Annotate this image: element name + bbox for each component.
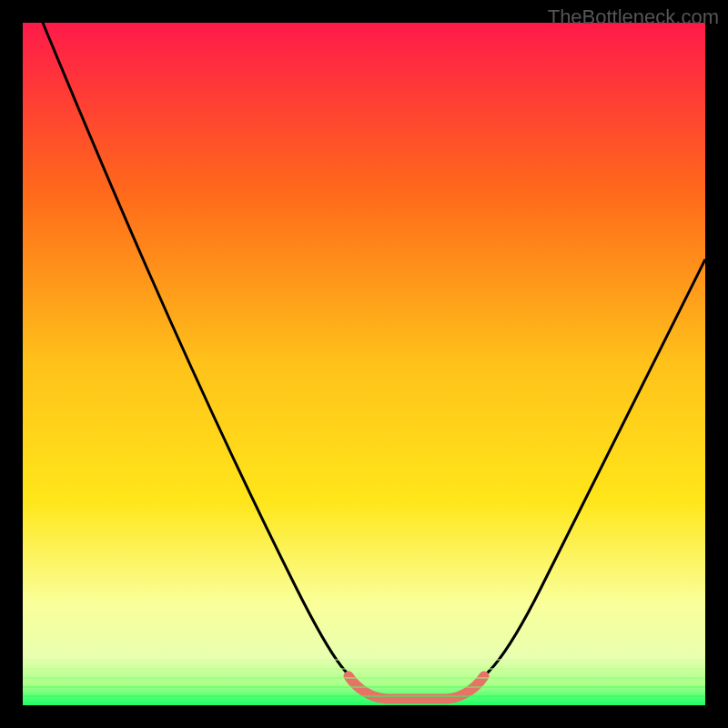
plot-frame: [23, 23, 705, 705]
plot-area: [23, 23, 705, 705]
bottleneck-curve: [23, 23, 705, 705]
watermark-text: TheBottleneck.com: [548, 5, 719, 29]
curve-line: [43, 23, 705, 696]
